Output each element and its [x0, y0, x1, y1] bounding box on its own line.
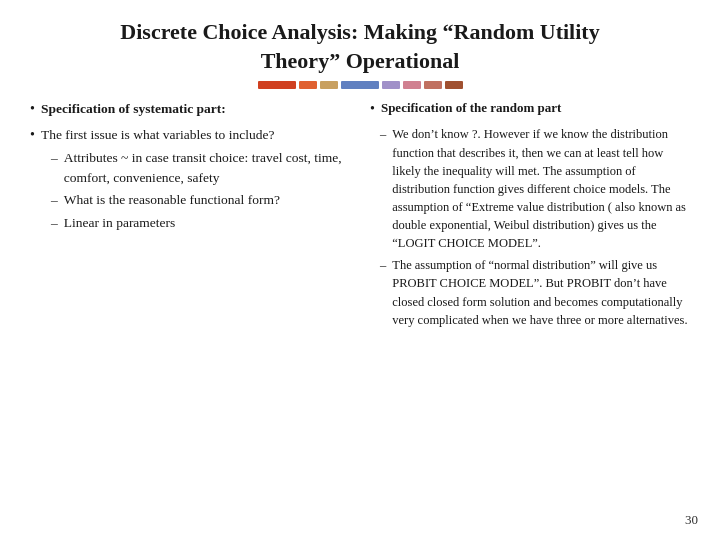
right-column: • Specification of the random part – We …: [370, 99, 690, 333]
left-sub-3: – Linear in parameters: [51, 213, 350, 233]
left-sub-3-text: Linear in parameters: [64, 213, 350, 233]
dash-1: –: [51, 148, 58, 187]
bar-seg-5: [382, 81, 400, 89]
bullet-dot-1: •: [30, 99, 35, 119]
left-column: • Specification of systematic part: • Th…: [30, 99, 350, 333]
bar-seg-2: [299, 81, 317, 89]
page-number: 30: [685, 512, 698, 528]
right-bullet-dot: •: [370, 99, 375, 119]
right-dash-1: –: [380, 125, 386, 252]
right-heading-text: Specification of the random part: [381, 100, 562, 115]
bar-seg-4: [341, 81, 379, 89]
left-sub-1: – Attributes ~ in case transit choice: t…: [51, 148, 350, 187]
bar-seg-1: [258, 81, 296, 89]
right-dash-2: –: [380, 256, 386, 329]
right-sub-1: – We don’t know ?. However if we know th…: [380, 125, 690, 252]
left-bullet-2-content: The first issue is what variables to inc…: [41, 125, 350, 232]
slide-title: Discrete Choice Analysis: Making “Random…: [30, 18, 690, 75]
right-sub-2: – The assumption of “normal distribution…: [380, 256, 690, 329]
bullet-dot-2: •: [30, 125, 35, 232]
left-bullet-2: • The first issue is what variables to i…: [30, 125, 350, 232]
left-bullet-1: • Specification of systematic part:: [30, 99, 350, 119]
left-bullet-2-text: The first issue is what variables to inc…: [41, 127, 275, 142]
dash-2: –: [51, 190, 58, 210]
title-line1: Discrete Choice Analysis: Making “Random…: [120, 19, 599, 44]
right-heading: • Specification of the random part: [370, 99, 690, 119]
slide: Discrete Choice Analysis: Making “Random…: [0, 0, 720, 540]
bar-seg-7: [424, 81, 442, 89]
right-heading-content: Specification of the random part: [381, 99, 562, 119]
left-sub-2-text: What is the reasonable functional form?: [64, 190, 350, 210]
right-sub-2-text: The assumption of “normal distribution” …: [392, 256, 690, 329]
left-sub-2: – What is the reasonable functional form…: [51, 190, 350, 210]
bar-seg-3: [320, 81, 338, 89]
right-sub-1-text: We don’t know ?. However if we know the …: [392, 125, 690, 252]
left-sub-1-text: Attributes ~ in case transit choice: tra…: [64, 148, 350, 187]
title-area: Discrete Choice Analysis: Making “Random…: [30, 18, 690, 75]
title-line2: Theory” Operational: [261, 48, 460, 73]
bar-seg-8: [445, 81, 463, 89]
content-area: • Specification of systematic part: • Th…: [30, 99, 690, 333]
color-bar: [30, 81, 690, 89]
bar-seg-6: [403, 81, 421, 89]
dash-3: –: [51, 213, 58, 233]
left-bullet-1-content: Specification of systematic part:: [41, 99, 350, 119]
left-bullet-1-text: Specification of systematic part:: [41, 101, 226, 116]
